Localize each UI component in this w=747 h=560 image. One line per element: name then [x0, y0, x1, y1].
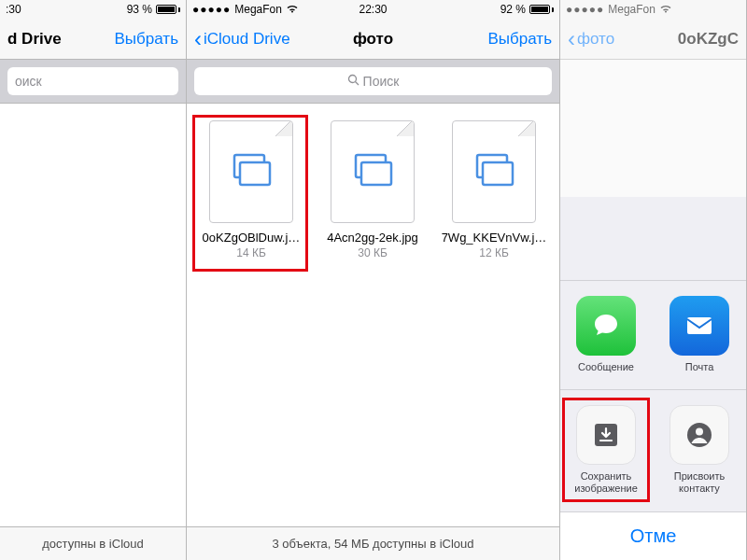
save-image-icon — [576, 405, 636, 465]
signal-icon: ●●●●● — [566, 3, 604, 16]
status-bar: ●●●●● MegaFon 22:30 92 % — [187, 0, 559, 19]
time-label: :30 — [6, 3, 21, 16]
search-input[interactable]: Поиск — [194, 67, 552, 95]
status-bar: ●●●●● MegaFon — [560, 0, 746, 19]
footer-status: 3 объекта, 54 МБ доступны в iCloud — [187, 526, 559, 560]
wifi-icon — [286, 3, 299, 16]
chevron-left-icon: ‹ — [568, 28, 575, 50]
contact-icon — [669, 405, 729, 465]
message-icon — [576, 296, 636, 356]
file-item[interactable]: 4Acn2gg-2ek.jpg 30 КБ — [317, 120, 428, 259]
battery-icon — [529, 5, 554, 14]
images-icon — [352, 153, 393, 190]
svg-rect-8 — [687, 317, 712, 334]
status-bar: :30 93 % — [0, 0, 186, 19]
chevron-left-icon: ‹ — [194, 28, 202, 50]
carrier-label: MegaFon — [234, 3, 282, 16]
share-app-label: Почта — [661, 361, 738, 372]
screenshot-2: ●●●●● MegaFon 22:30 92 % ‹ iCloud Drive … — [187, 0, 560, 560]
signal-icon: ●●●●● — [192, 3, 231, 16]
file-size: 30 КБ — [317, 246, 428, 259]
footer-status: доступны в iCloud — [0, 526, 186, 560]
svg-line-1 — [355, 82, 359, 86]
search-placeholder: оиск — [15, 74, 42, 89]
battery-percent: 93 % — [127, 3, 152, 16]
page-title: 0oKZgC — [678, 30, 739, 49]
action-assign-contact[interactable]: Присвоить контакту — [661, 405, 738, 495]
action-label: Присвоить контакту — [661, 470, 738, 495]
mail-icon — [669, 296, 729, 356]
battery-icon — [156, 5, 180, 14]
file-item[interactable]: 0oKZgOBlDuw.j… 14 КБ — [196, 120, 306, 259]
file-size: 12 КБ — [439, 246, 549, 259]
carrier-label: MegaFon — [608, 3, 655, 16]
file-name: 4Acn2gg-2ek.jpg — [317, 231, 428, 245]
search-icon — [347, 74, 359, 89]
nav-bar: ‹ iCloud Drive фото Выбрать — [187, 19, 559, 60]
nav-bar: d Drive Выбрать — [0, 19, 186, 60]
images-icon — [473, 153, 514, 190]
share-actions-row: Сохранить изображение Присвоить контакту — [560, 390, 746, 511]
share-sheet: Сообщение Почта Сохранить изображение — [560, 197, 746, 560]
select-button[interactable]: Выбрать — [115, 30, 178, 49]
file-size: 14 КБ — [196, 246, 306, 259]
share-app-message[interactable]: Сообщение — [568, 296, 644, 372]
back-button[interactable]: ‹ iCloud Drive — [194, 28, 290, 50]
action-save-image[interactable]: Сохранить изображение — [568, 405, 644, 495]
file-name: 7Wg_KKEVnVw.j… — [439, 231, 549, 245]
back-button[interactable]: ‹ фото — [568, 28, 614, 50]
cancel-button[interactable]: Отме — [560, 511, 746, 560]
share-app-label: Сообщение — [568, 361, 644, 372]
share-app-mail[interactable]: Почта — [661, 296, 738, 372]
svg-rect-5 — [361, 162, 391, 185]
wifi-icon — [659, 3, 672, 16]
screenshot-3: ●●●●● MegaFon ‹ фото 0oKZgC — [560, 0, 747, 560]
file-thumbnail — [209, 120, 293, 223]
action-label: Сохранить изображение — [568, 470, 644, 495]
file-name: 0oKZgOBlDuw.j… — [196, 231, 306, 245]
file-thumbnail — [452, 120, 536, 223]
battery-percent: 92 % — [500, 3, 526, 16]
file-thumbnail — [331, 120, 415, 223]
page-title: фото — [353, 30, 393, 49]
svg-point-12 — [696, 427, 703, 435]
search-input[interactable]: оиск — [7, 67, 178, 95]
svg-point-0 — [348, 76, 356, 83]
svg-rect-7 — [483, 162, 513, 185]
select-button[interactable]: Выбрать — [488, 30, 552, 49]
page-title: d Drive — [7, 30, 62, 49]
share-apps-row: Сообщение Почта — [560, 281, 746, 390]
screenshot-1: :30 93 % d Drive Выбрать оиск доступны в… — [0, 0, 187, 560]
time-label: 22:30 — [359, 3, 387, 16]
share-preview-row — [560, 197, 746, 281]
images-icon — [231, 153, 272, 190]
svg-rect-3 — [240, 162, 270, 185]
search-placeholder: Поиск — [363, 74, 400, 89]
file-item[interactable]: 7Wg_KKEVnVw.j… 12 КБ — [439, 120, 549, 259]
nav-bar: ‹ фото 0oKZgC — [560, 19, 746, 60]
